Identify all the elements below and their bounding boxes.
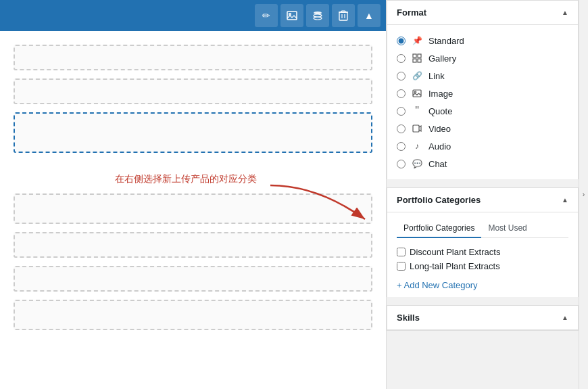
portfolio-panel: Portfolio Categories ▲ Portfolio Categor… <box>387 187 579 297</box>
format-radio-standard[interactable] <box>397 37 406 45</box>
format-option-image[interactable]: Image <box>397 85 568 102</box>
svg-point-4 <box>314 17 322 20</box>
content-block-1 <box>14 45 372 70</box>
video-icon <box>411 122 423 135</box>
format-option-standard[interactable]: 📌 Standard <box>397 32 568 49</box>
svg-point-16 <box>414 91 416 93</box>
video-label: Video <box>428 124 451 134</box>
tab-portfolio-categories[interactable]: Portfolio Categories <box>397 219 481 238</box>
image-button[interactable] <box>280 4 303 27</box>
quote-label: Quote <box>428 106 452 116</box>
audio-icon: ♪ <box>411 140 423 152</box>
content-block-2 <box>14 78 372 104</box>
link-label: Link <box>428 71 445 81</box>
format-radio-image[interactable] <box>397 89 406 98</box>
format-radio-quote[interactable] <box>397 107 406 116</box>
category-list: Discount Plant Extracts Long-tail Plant … <box>397 245 568 273</box>
editor-content: 在右侧选择新上传产品的对应分类 <box>0 31 386 389</box>
svg-rect-11 <box>413 54 416 58</box>
chat-icon: 💬 <box>411 158 423 170</box>
checkbox-longtail-plant[interactable] <box>397 262 406 271</box>
category-discount-plant[interactable]: Discount Plant Extracts <box>397 245 568 259</box>
portfolio-panel-chevron: ▲ <box>562 196 568 204</box>
category-discount-plant-label: Discount Plant Extracts <box>410 247 500 257</box>
content-block-6 <box>14 266 372 292</box>
image-format-icon <box>411 87 423 99</box>
link-icon: 🔗 <box>411 70 423 82</box>
skills-panel-title: Skills <box>397 313 420 323</box>
pencil-button[interactable]: ✏ <box>255 4 278 27</box>
content-block-4 <box>14 193 372 224</box>
skills-panel-header[interactable]: Skills ▲ <box>387 306 578 330</box>
format-radio-audio[interactable] <box>397 142 406 151</box>
quote-icon: " <box>411 105 423 117</box>
svg-rect-15 <box>413 90 421 97</box>
add-new-category-link[interactable]: + Add New Category <box>397 280 478 290</box>
portfolio-tab-bar: Portfolio Categories Most Used <box>397 219 568 238</box>
gallery-label: Gallery <box>428 53 456 64</box>
svg-rect-5 <box>339 12 347 20</box>
format-radio-gallery[interactable] <box>397 54 406 63</box>
format-option-video[interactable]: Video <box>397 120 568 137</box>
image-format-label: Image <box>428 89 453 99</box>
format-panel-title: Format <box>397 7 426 18</box>
format-options-list: 📌 Standard Gallery <box>397 32 568 173</box>
format-option-audio[interactable]: ♪ Audio <box>397 137 568 155</box>
svg-point-2 <box>314 12 322 14</box>
format-radio-link[interactable] <box>397 72 406 81</box>
svg-rect-0 <box>287 12 297 20</box>
content-block-3: 在右侧选择新上传产品的对应分类 <box>14 112 372 153</box>
format-option-quote[interactable]: " Quote <box>397 102 568 120</box>
gallery-icon <box>411 52 423 64</box>
skills-panel-chevron: ▲ <box>562 314 568 321</box>
editor-toolbar: ✏ ▲ <box>0 0 386 31</box>
format-option-chat[interactable]: 💬 Chat <box>397 155 568 173</box>
layer-button[interactable] <box>306 4 329 27</box>
format-panel: Format ▲ 📌 Standard <box>387 0 579 179</box>
format-option-gallery[interactable]: Gallery <box>397 49 568 67</box>
format-panel-chevron: ▲ <box>562 9 568 16</box>
format-radio-video[interactable] <box>397 124 406 133</box>
trash-button[interactable] <box>332 4 355 27</box>
format-option-link[interactable]: 🔗 Link <box>397 67 568 85</box>
portfolio-panel-title: Portfolio Categories <box>397 195 481 205</box>
standard-label: Standard <box>428 36 464 46</box>
svg-rect-17 <box>413 125 419 132</box>
tab-most-used[interactable]: Most Used <box>481 219 533 238</box>
audio-label: Audio <box>428 141 451 152</box>
category-longtail-plant[interactable]: Long-tail Plant Extracts <box>397 259 568 273</box>
content-block-5 <box>14 232 372 258</box>
format-panel-header[interactable]: Format ▲ <box>387 1 578 25</box>
sidebar-collapse-handle[interactable]: › <box>579 0 588 389</box>
standard-icon: 📌 <box>411 35 423 47</box>
svg-rect-7 <box>341 11 345 12</box>
category-longtail-plant-label: Long-tail Plant Extracts <box>410 261 500 271</box>
up-button[interactable]: ▲ <box>358 4 381 27</box>
svg-rect-13 <box>413 59 416 62</box>
annotation-text: 在右侧选择新上传产品的对应分类 <box>115 173 257 185</box>
format-radio-chat[interactable] <box>397 160 406 168</box>
svg-rect-14 <box>418 59 421 62</box>
checkbox-discount-plant[interactable] <box>397 248 406 256</box>
svg-rect-12 <box>418 54 421 58</box>
content-block-7 <box>14 300 372 330</box>
skills-panel: Skills ▲ <box>387 305 579 331</box>
format-panel-body: 📌 Standard Gallery <box>387 25 578 179</box>
chat-label: Chat <box>428 159 447 169</box>
portfolio-panel-header[interactable]: Portfolio Categories ▲ <box>387 188 578 212</box>
editor-area: ✏ ▲ <box>0 0 386 389</box>
right-sidebar: Format ▲ 📌 Standard <box>386 0 579 389</box>
portfolio-panel-body: Portfolio Categories Most Used Discount … <box>387 212 578 297</box>
